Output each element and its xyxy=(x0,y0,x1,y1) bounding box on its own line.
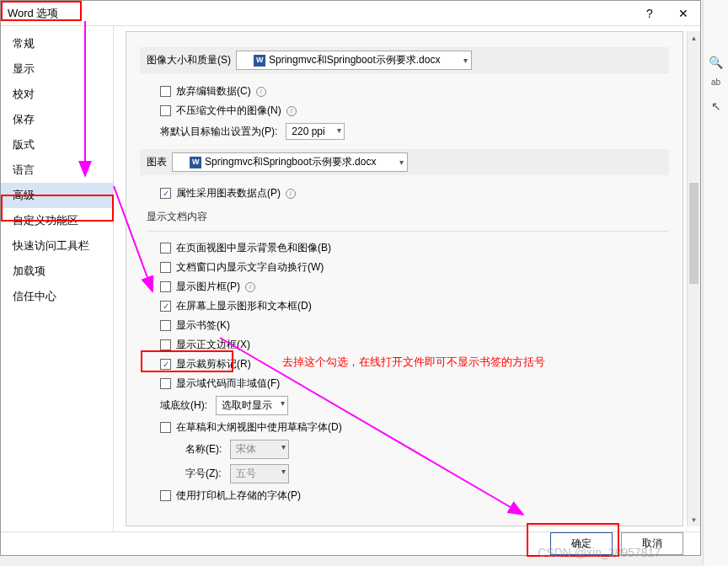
content-panel: 图像大小和质量(S) Springmvc和Springboot示例要求.docx… xyxy=(114,26,700,531)
no-compress-checkbox[interactable] xyxy=(160,105,171,116)
show-drawings-label: 在屏幕上显示图形和文本框(D) xyxy=(176,299,312,313)
info-icon[interactable] xyxy=(245,282,255,292)
show-crop-marks-label: 显示裁剪标记(R) xyxy=(176,357,251,371)
info-icon[interactable] xyxy=(286,106,297,116)
select-icon[interactable]: ↖ xyxy=(708,99,725,116)
show-bookmarks-label: 显示书签(K) xyxy=(176,318,230,333)
show-field-codes-checkbox[interactable] xyxy=(160,378,171,389)
field-shading-combo[interactable]: 选取时显示 xyxy=(216,396,288,415)
font-size-label: 字号(Z): xyxy=(185,467,222,481)
chart-doc-name: Springmvc和Springboot示例要求.docx xyxy=(205,155,376,169)
default-output-label: 将默认目标输出设置为(P): xyxy=(160,125,277,139)
no-compress-label: 不压缩文件中的图像(N) xyxy=(176,104,281,118)
help-button[interactable]: ? xyxy=(633,1,666,26)
vertical-scrollbar[interactable]: ▲ ▼ xyxy=(687,31,700,526)
divider xyxy=(147,231,669,232)
sidebar-item-display[interactable]: 显示 xyxy=(1,56,113,82)
show-bookmarks-checkbox[interactable] xyxy=(160,320,171,331)
titlebar: Word 选项 ? ✕ xyxy=(1,1,700,26)
sidebar-item-advanced[interactable]: 高级 xyxy=(1,183,113,208)
show-placeholder-checkbox[interactable] xyxy=(160,281,171,292)
discard-edit-label: 放弃编辑数据(C) xyxy=(176,84,251,99)
default-output-combo[interactable]: 220 ppi xyxy=(286,123,345,140)
chart-data-label: 属性采用图表数据点(P) xyxy=(176,186,281,200)
show-text-bounds-checkbox[interactable] xyxy=(160,339,171,350)
wrap-text-checkbox[interactable] xyxy=(160,262,171,273)
font-name-label: 名称(E): xyxy=(185,442,222,457)
annotation-text: 去掉这个勾选，在线打开文件即可不显示书签的方括号 xyxy=(282,355,545,370)
ok-button[interactable]: 确定 xyxy=(550,532,613,555)
scroll-up-arrow[interactable]: ▲ xyxy=(688,31,700,45)
find-icon[interactable]: 🔍 xyxy=(708,56,725,72)
word-options-dialog: Word 选项 ? ✕ 常规 显示 校对 保存 版式 语言 高级 自定义功能区 … xyxy=(0,0,701,556)
chart-header: 图表 Springmvc和Springboot示例要求.docx xyxy=(140,149,669,175)
word-doc-icon xyxy=(190,157,201,168)
sidebar-item-customize-ribbon[interactable]: 自定义功能区 xyxy=(1,208,113,233)
show-field-codes-label: 显示域代码而非域值(F) xyxy=(176,376,280,391)
chart-label: 图表 xyxy=(147,155,167,169)
show-drawings-checkbox[interactable] xyxy=(160,301,171,312)
sidebar-item-language[interactable]: 语言 xyxy=(1,158,113,183)
image-quality-doc-select[interactable]: Springmvc和Springboot示例要求.docx xyxy=(236,51,472,70)
draft-font-label: 在草稿和大纲视图中使用草稿字体(D) xyxy=(176,420,342,435)
draft-font-checkbox[interactable] xyxy=(160,422,171,433)
show-crop-marks-checkbox[interactable] xyxy=(160,359,171,370)
font-name-combo: 宋体 xyxy=(230,440,289,459)
sidebar-item-proofing[interactable]: 校对 xyxy=(1,82,113,107)
show-text-bounds-label: 显示正文边框(X) xyxy=(176,338,250,352)
printer-fonts-label: 使用打印机上存储的字体(P) xyxy=(176,489,301,503)
cancel-button[interactable]: 取消 xyxy=(621,532,683,555)
replace-icon[interactable]: ab xyxy=(708,77,725,94)
info-icon[interactable] xyxy=(286,189,296,199)
word-doc-icon xyxy=(254,55,265,67)
sidebar-item-trust-center[interactable]: 信任中心 xyxy=(1,284,113,309)
wrap-text-label: 文档窗口内显示文字自动换行(W) xyxy=(176,260,324,275)
bg-page-view-label: 在页面视图中显示背景色和图像(B) xyxy=(176,241,331,255)
dialog-footer: 确定 取消 xyxy=(1,531,700,555)
bg-page-view-checkbox[interactable] xyxy=(160,243,171,254)
printer-fonts-checkbox[interactable] xyxy=(160,490,171,501)
image-quality-label: 图像大小和质量(S) xyxy=(147,53,231,67)
font-size-combo: 五号 xyxy=(230,464,289,483)
scroll-down-arrow[interactable]: ▼ xyxy=(688,513,700,526)
sidebar-item-typography[interactable]: 版式 xyxy=(1,132,113,158)
sidebar-item-save[interactable]: 保存 xyxy=(1,107,113,132)
sidebar-item-addins[interactable]: 加载项 xyxy=(1,259,113,284)
sidebar-item-general[interactable]: 常规 xyxy=(1,31,113,56)
sidebar: 常规 显示 校对 保存 版式 语言 高级 自定义功能区 快速访问工具栏 加载项 … xyxy=(1,26,114,531)
scrollbar-thumb[interactable] xyxy=(689,183,699,284)
doc-content-title: 显示文档内容 xyxy=(126,203,682,227)
dialog-title: Word 选项 xyxy=(4,6,58,21)
chart-data-checkbox[interactable] xyxy=(160,188,171,199)
discard-edit-checkbox[interactable] xyxy=(160,86,171,97)
close-button[interactable]: ✕ xyxy=(666,1,700,26)
show-placeholder-label: 显示图片框(P) xyxy=(176,280,240,294)
scroll-area[interactable]: 图像大小和质量(S) Springmvc和Springboot示例要求.docx… xyxy=(126,31,683,526)
right-side-panel: 🔍 ab ↖ xyxy=(703,0,728,566)
image-quality-header: 图像大小和质量(S) Springmvc和Springboot示例要求.docx xyxy=(140,47,669,73)
chart-doc-select[interactable]: Springmvc和Springboot示例要求.docx xyxy=(172,152,408,172)
sidebar-item-quick-access[interactable]: 快速访问工具栏 xyxy=(1,233,113,259)
info-icon[interactable] xyxy=(256,87,266,97)
image-quality-doc-name: Springmvc和Springboot示例要求.docx xyxy=(269,53,440,67)
field-shading-label: 域底纹(H): xyxy=(160,398,207,413)
